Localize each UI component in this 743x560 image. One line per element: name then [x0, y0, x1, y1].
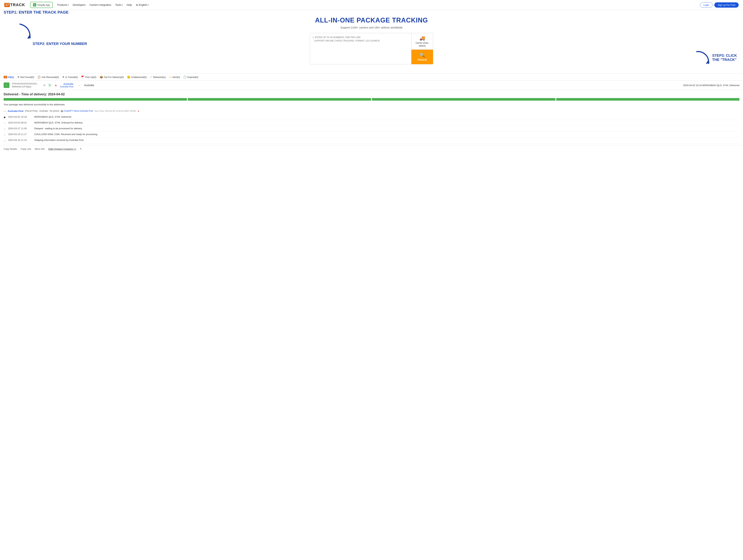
delivered-badge: ✓ — [4, 83, 9, 88]
undelivered-icon: 😞 — [127, 76, 130, 79]
status-info-received[interactable]: 📋 Info Received(0) — [37, 76, 59, 79]
logo[interactable]: 17TRACK — [4, 3, 25, 7]
tracking-input[interactable] — [312, 36, 409, 54]
result-row: ✓ CPXXXXXXXXXXXXXXX... Delivered (14 Day… — [0, 81, 743, 90]
hero-section: STEP1: ENTER THE TRACK PAGE ALL-IN-ONE P… — [0, 10, 743, 68]
status-all-label: All(1) — [8, 76, 14, 79]
event-list: ◆ 2024-04-02 10:19 MORANBAH QLD, 4744, D… — [0, 114, 743, 145]
nav-language[interactable]: ⊕ English ▾ — [136, 3, 148, 6]
status-out-delivery[interactable]: 📦 Out For Delivery(0) — [99, 76, 124, 79]
chevron-down-icon-tools: ▾ — [122, 4, 123, 6]
diamond-empty-icon-4: ◇ — [4, 139, 6, 142]
nav-language-label: ⊕ English — [136, 3, 147, 6]
step1-arrow — [18, 22, 33, 41]
tracking-textarea-wrap — [310, 33, 411, 64]
daily-amazon-link[interactable]: Daily Amazon Coupons >> — [48, 148, 76, 150]
tracking-number: CPXXXXXXXXXXXXXXX... — [12, 83, 41, 85]
step2-label: STEP2: ENTER YOUR NUMBER — [33, 42, 87, 46]
delivered-days: Delivered (14 Days) — [12, 85, 41, 88]
pick-up-icon: 🚩 — [81, 76, 85, 79]
nav-developers[interactable]: Developers — [73, 3, 86, 6]
event-row: ◇ 2024-04-02 08:41 MORANBAH QLD, 4744, O… — [4, 120, 739, 126]
chevron-down-icon: ▾ — [68, 4, 69, 6]
chatgpt-icon: 🤖 — [60, 110, 63, 112]
event-time-3: 2024-03-19 11:17 — [8, 133, 32, 136]
shopify-icon: 🛍 — [33, 3, 36, 6]
event-desc-4: Shipping information received by Austral… — [34, 139, 84, 141]
delivery-title: Delivered - Time of delivery: 2024-04-02 — [0, 90, 743, 98]
carrier-header: — Australia Post (Parcel Post) - Austral… — [0, 108, 743, 114]
sync-time: Sync Time: 2024-04-20 13:45:44 (GMT+08:0… — [94, 110, 136, 112]
refresh-icon[interactable]: ↻ — [48, 83, 52, 87]
more-info-link[interactable]: More Info — [35, 148, 45, 150]
event-time-4: 2024-03-19 11:10 — [8, 139, 32, 141]
status-pick-up-label: Pick Up(0) — [85, 76, 96, 79]
step3-label: STEP3: CLICK THE "TRACK" — [712, 53, 741, 62]
event-desc-3: CHULLORA NSW, 2190, Received and ready f… — [34, 133, 97, 136]
signup-button[interactable]: Sign up For Free — [714, 2, 739, 8]
event-desc-2: Delayed - waiting to be processed for de… — [34, 127, 82, 130]
nav-developers-label: Developers — [73, 3, 86, 6]
carrier-selector[interactable]: 🚚 Carrier (Auto-detect) — [411, 33, 433, 50]
carrier-label: Carrier (Auto-detect) — [413, 42, 431, 47]
event-row: ◇ 2024-03-27 11:00 Delayed - waiting to … — [4, 126, 739, 132]
track-button[interactable]: 🔍 TRACK — [411, 50, 433, 64]
tracking-number-area: CPXXXXXXXXXXXXXXX... Delivered (14 Days) — [12, 83, 41, 88]
status-undelivered[interactable]: 😞 Undelivered(0) — [127, 76, 146, 79]
step1-label: STEP1: ENTER THE TRACK PAGE — [4, 10, 69, 15]
all-icon: 17 — [4, 76, 7, 78]
step3-arrow — [695, 50, 711, 67]
event-time-0: 2024-04-02 10:19 — [8, 115, 32, 118]
status-delivered[interactable]: ✓ Delivered(1) — [150, 76, 166, 79]
event-time-1: 2024-04-02 08:41 — [8, 121, 32, 124]
diamond-filled-icon: ◆ — [4, 116, 6, 119]
status-expired-label: Expired(0) — [187, 76, 198, 79]
nav-carriers-integration[interactable]: Carriers Integration — [90, 3, 112, 6]
event-desc-1: MORANBAH QLD, 4744, Onboard for delivery — [34, 121, 83, 124]
footer-actions: Copy Details Copy Link More Info Daily A… — [0, 145, 743, 152]
status-alert-label: Alert(0) — [172, 76, 180, 79]
status-in-transit[interactable]: ✈ In Transit(0) — [62, 76, 78, 79]
nav-help-label: Help — [127, 3, 132, 6]
progress-segment-1 — [4, 98, 187, 101]
last-event: 2024-04-02 10:19 MORANBAH QLD, 4744, Del… — [683, 84, 739, 87]
login-button[interactable]: Login — [700, 2, 713, 8]
copy-icon[interactable]: ⧉ — [44, 84, 45, 87]
diamond-empty-icon-3: ◇ — [4, 133, 6, 136]
expired-icon: 🕐 — [183, 76, 187, 79]
event-row: ◇ 2024-03-19 11:17 CHULLORA NSW, 2190, R… — [4, 132, 739, 137]
event-time-2: 2024-03-27 11:00 — [8, 127, 32, 130]
progress-segment-2 — [188, 98, 371, 101]
status-in-transit-label: In Transit(0) — [65, 76, 78, 79]
nav-products[interactable]: Products ▾ — [57, 3, 69, 6]
status-alert[interactable]: ⚠ Alert(0) — [169, 76, 180, 79]
nav-help[interactable]: Help — [127, 3, 132, 6]
destination-country: Australia — [84, 84, 94, 87]
status-bar: 17 All(1) ✕ Not Found(0) 📋 Info Received… — [0, 74, 743, 81]
nav-carriers-label: Carriers Integration — [90, 3, 112, 6]
status-pick-up[interactable]: 🚩 Pick Up(0) — [81, 76, 96, 79]
status-all[interactable]: 17 All(1) — [4, 76, 14, 79]
chevron-down-icon-lang: ▾ — [148, 4, 148, 6]
status-out-delivery-label: Out For Delivery(0) — [104, 76, 124, 79]
status-delivered-label: Delivered(1) — [153, 76, 166, 79]
in-transit-icon: ✈ — [62, 76, 64, 79]
not-found-icon: ✕ — [17, 76, 19, 79]
carrier-name: Australia Post — [60, 85, 73, 88]
track-btn-label: TRACK — [418, 58, 427, 61]
copy-link-link[interactable]: Copy Link — [21, 148, 31, 150]
status-not-found[interactable]: ✕ Not Found(0) — [17, 76, 34, 79]
copy-details-link[interactable]: Copy Details — [4, 148, 17, 150]
nav-tools[interactable]: Tools ▾ — [115, 3, 123, 6]
status-not-found-label: Not Found(0) — [20, 76, 34, 79]
shopify-app-button[interactable]: 🛍 Shopify App — [30, 2, 53, 8]
status-expired[interactable]: 🕐 Expired(0) — [183, 76, 198, 79]
carrier-flag-icon: — — [4, 109, 6, 112]
header-right: Login Sign up For Free — [700, 2, 739, 8]
logo-text: TRACK — [10, 3, 25, 7]
carrier-name-bold: Australia Post — [8, 110, 24, 112]
status-undelivered-label: Undelivered(0) — [131, 76, 146, 79]
event-row: ◆ 2024-04-02 10:19 MORANBAH QLD, 4744, D… — [4, 114, 739, 120]
chatgpt-link[interactable]: 🤖 ChatGPT About Australia Post — [60, 110, 93, 112]
event-desc-0: MORANBAH QLD, 4744, Delivered — [34, 115, 71, 118]
